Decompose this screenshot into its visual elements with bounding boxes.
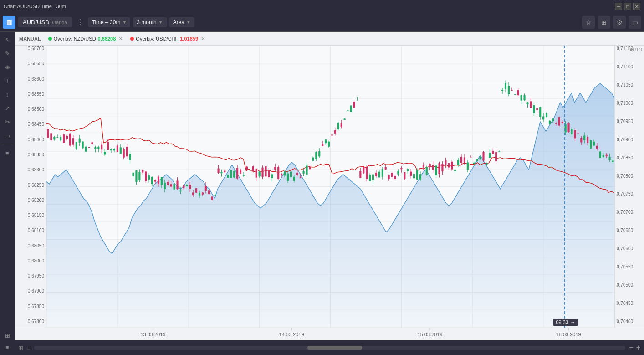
bottom-bar: ⊞ ≡ − + (15, 340, 644, 355)
svg-text:0,70900: 0,70900 (617, 137, 634, 142)
svg-text:0,67900: 0,67900 (28, 288, 45, 293)
overlay2-dot (130, 37, 134, 41)
title-bar: Chart AUD/USD Time - 30m ─ □ ✕ (0, 0, 644, 13)
svg-text:0,67800: 0,67800 (28, 319, 45, 324)
timeframe-dropdown-wrap: Time – 30m ▼ (88, 17, 131, 27)
restore-button[interactable]: □ (624, 3, 631, 10)
bottom-menu-button[interactable]: ≡ (27, 345, 31, 351)
main-chart-row: 0,687000,686500,686000,685500,685000,684… (15, 46, 644, 328)
overlay1-dot (48, 37, 52, 41)
date-labels (46, 315, 614, 328)
overlay1-name: Overlay: NZD/USD (54, 36, 96, 41)
overlay2-item[interactable]: Overlay: USD/CHF 1,01859 ✕ (130, 36, 205, 42)
overlay1-value: 0,66208 (98, 36, 116, 41)
svg-text:0,68100: 0,68100 (28, 228, 45, 233)
broker-label: Oanda (52, 20, 67, 25)
period-arrow: ▼ (158, 20, 163, 25)
svg-text:0,70950: 0,70950 (617, 119, 634, 124)
overlay1-item[interactable]: Overlay: NZD/USD 0,66208 ✕ (48, 36, 123, 42)
menu-tool[interactable]: ≡ (1, 341, 13, 353)
minimize-button[interactable]: ─ (615, 3, 622, 10)
rect-tool[interactable]: ▭ (1, 129, 13, 141)
chart-area: ↖ ✎ ⊕ T ↕ ↗ ✂ ▭ ≡ ⊞ ≡ MANUAL Overlay: NZ… (0, 32, 644, 355)
draw-tool[interactable]: ✎ (1, 47, 13, 59)
svg-text:0,68500: 0,68500 (28, 107, 45, 112)
bottom-right-controls: − + (629, 344, 640, 352)
svg-text:0,70750: 0,70750 (617, 191, 634, 196)
svg-text:0,67850: 0,67850 (28, 304, 45, 309)
svg-text:0,70400: 0,70400 (617, 319, 634, 324)
scissors-tool[interactable]: ✂ (1, 116, 13, 128)
objects-tool[interactable]: ⊞ (1, 329, 13, 341)
timeframe-label: Time – 30m (92, 19, 121, 26)
svg-text:0,70850: 0,70850 (617, 155, 634, 160)
chart-type-arrow: ▼ (186, 20, 191, 25)
svg-text:0,67950: 0,67950 (28, 273, 45, 278)
overlay1-close-button[interactable]: ✕ (118, 36, 123, 42)
timeframe-dropdown[interactable]: Time – 30m ▼ (88, 17, 131, 27)
zoom-out-button[interactable]: − (629, 344, 633, 352)
svg-text:0,68650: 0,68650 (28, 61, 45, 66)
svg-text:0,70800: 0,70800 (617, 174, 634, 179)
symbol-selector[interactable]: AUD/USD Oanda (18, 17, 72, 27)
symbol-label: AUD/USD (23, 19, 50, 26)
period-label: 3 month (137, 19, 156, 26)
cursor-tool[interactable]: ↖ (1, 34, 13, 46)
scrollbar-track[interactable] (34, 346, 626, 350)
window-title: Chart AUD/USD Time - 30m (4, 4, 615, 9)
window-controls: ─ □ ✕ (615, 3, 640, 10)
svg-text:13.03.2019: 13.03.2019 (141, 332, 166, 337)
objects-list-button[interactable]: ⊞ (18, 345, 23, 351)
overlay2-value: 1,01859 (180, 36, 198, 41)
svg-text:0,68050: 0,68050 (28, 243, 45, 248)
overlay-bar: MANUAL Overlay: NZD/USD 0,66208 ✕ Overla… (15, 32, 644, 46)
sidebar-toggle-button[interactable]: ▭ (629, 16, 641, 29)
svg-text:0,71000: 0,71000 (617, 101, 634, 106)
period-dropdown[interactable]: 3 month ▼ (133, 17, 166, 27)
svg-text:0,68250: 0,68250 (28, 183, 45, 188)
chart-type-dropdown[interactable]: Area ▼ (169, 17, 194, 27)
svg-text:0,68200: 0,68200 (28, 198, 45, 203)
chart-canvas[interactable]: 09:33 → (46, 46, 614, 328)
svg-text:0,70550: 0,70550 (617, 264, 634, 269)
app-logo: ▦ (3, 16, 15, 29)
more-button[interactable]: ⋮ (75, 18, 86, 26)
sidebar-divider (3, 144, 12, 144)
main-window: Chart AUD/USD Time - 30m ─ □ ✕ ▦ AUD/USD… (0, 0, 644, 355)
svg-text:0,68150: 0,68150 (28, 213, 45, 218)
overlay2-name: Overlay: USD/CHF (136, 36, 178, 41)
chart-container: MANUAL Overlay: NZD/USD 0,66208 ✕ Overla… (15, 32, 644, 355)
svg-text:0,71100: 0,71100 (617, 64, 634, 69)
timeframe-arrow: ▼ (122, 20, 127, 25)
watchlist-button[interactable]: ☆ (582, 16, 595, 29)
manual-label: MANUAL (19, 36, 41, 41)
close-button[interactable]: ✕ (633, 3, 640, 10)
svg-text:0,70600: 0,70600 (617, 246, 634, 251)
svg-text:18.03.2019: 18.03.2019 (556, 332, 581, 337)
sidebar-bottom: ⊞ ≡ (1, 329, 13, 353)
measure-tool[interactable]: ↕ (1, 88, 13, 100)
text-tool[interactable]: T (1, 75, 13, 87)
left-y-axis: 0,687000,686500,686000,685500,685000,684… (15, 46, 46, 328)
overlay2-close-button[interactable]: ✕ (201, 36, 205, 42)
zoom-in-button[interactable]: + (636, 344, 640, 352)
svg-text:15.03.2019: 15.03.2019 (418, 332, 443, 337)
time-axis: 13.03.201914.03.201915.03.201918.03.2019 (15, 328, 644, 340)
chart-type-label: Area (173, 19, 184, 26)
toolbar: ▦ AUD/USD Oanda ⋮ Time – 30m ▼ 3 month ▼… (0, 13, 644, 32)
svg-text:0,70500: 0,70500 (617, 283, 634, 288)
price-chart[interactable] (46, 46, 614, 328)
right-y-axis: AUTO 0,711500,711000,710500,710000,70950… (614, 46, 644, 328)
scrollbar-thumb[interactable] (307, 346, 362, 350)
add-tool[interactable]: ⊕ (1, 61, 13, 73)
indicator-tool[interactable]: ≡ (1, 147, 13, 159)
settings-button[interactable]: ⚙ (613, 16, 626, 29)
period-dropdown-wrap: 3 month ▼ (133, 17, 166, 27)
trend-tool[interactable]: ↗ (1, 102, 13, 114)
layout-button[interactable]: ⊞ (598, 16, 610, 29)
svg-text:0,70650: 0,70650 (617, 228, 634, 233)
svg-text:0,68300: 0,68300 (28, 167, 45, 172)
svg-text:0,68600: 0,68600 (28, 77, 45, 82)
svg-text:0,68450: 0,68450 (28, 122, 45, 127)
svg-text:0,70450: 0,70450 (617, 301, 634, 306)
